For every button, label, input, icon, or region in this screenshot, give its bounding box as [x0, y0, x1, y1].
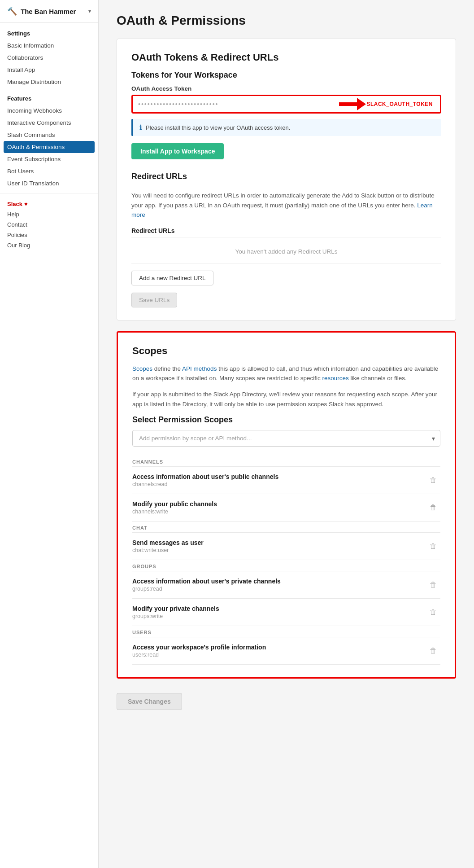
sidebar-item-basic-information[interactable]: Basic Information: [0, 39, 98, 52]
scope-key: channels:read: [132, 481, 278, 487]
page-title: OAuth & Permissions: [117, 13, 456, 28]
token-env-label: SLACK_OAUTH_TOKEN: [359, 96, 440, 112]
features-section-label: Features: [0, 88, 98, 105]
sidebar-divider: [0, 193, 98, 193]
scope-select-wrapper: Add permission by scope or API method...…: [132, 430, 440, 447]
scope-category-channels: CHANNELS: [132, 456, 440, 467]
scope-name: Access information about user's public c…: [132, 473, 278, 480]
app-icon: 🔨: [7, 6, 17, 16]
sidebar-item-event-subscriptions[interactable]: Event Subscriptions: [0, 153, 98, 165]
save-urls-button: Save URLs: [131, 293, 177, 307]
resources-link[interactable]: resources: [322, 375, 349, 381]
sidebar-item-collaborators[interactable]: Collaborators: [0, 52, 98, 64]
redirect-description: You will need to configure redirect URLs…: [131, 191, 441, 220]
chevron-down-icon: ▾: [88, 8, 91, 14]
token-label: OAuth Access Token: [131, 85, 441, 92]
scope-key: users:read: [132, 652, 266, 658]
scope-row: Modify your private channels groups:writ…: [132, 599, 440, 626]
sidebar: 🔨 The Ban Hammer ▾ Settings Basic Inform…: [0, 0, 99, 868]
scope-name: Send messages as user: [132, 539, 204, 546]
scope-category-users: USERS: [132, 626, 440, 637]
redirect-empty-message: You haven't added any Redirect URLs: [131, 240, 441, 263]
sidebar-item-policies[interactable]: Policies: [0, 230, 98, 240]
api-methods-link[interactable]: API methods: [182, 365, 217, 372]
sidebar-item-help[interactable]: Help: [0, 209, 98, 219]
scope-name: Access your workspace's profile informat…: [132, 644, 266, 651]
redirect-actions: Add a new Redirect URL: [131, 271, 441, 285]
app-selector[interactable]: 🔨 The Ban Hammer ▾: [0, 0, 98, 23]
arrow-icon: [339, 98, 366, 110]
sidebar-item-oauth-permissions[interactable]: OAuth & Permissions: [4, 141, 95, 153]
sidebar-item-slash-commands[interactable]: Slash Commands: [0, 129, 98, 141]
scope-key: channels:write: [132, 509, 217, 515]
scopes-description-2: If your app is submitted to the Slack Ap…: [132, 390, 440, 409]
scopes-title: Scopes: [132, 345, 440, 357]
scope-name: Modify your public channels: [132, 500, 217, 508]
sidebar-item-install-app[interactable]: Install App: [0, 64, 98, 76]
scopes-link[interactable]: Scopes: [132, 365, 152, 372]
delete-scope-button[interactable]: 🗑: [426, 474, 440, 486]
delete-scope-button[interactable]: 🗑: [426, 606, 440, 618]
token-input-row: •••••••••••••••••••••••••• SLACK_OAUTH_T…: [131, 95, 441, 114]
scope-key: groups:read: [132, 586, 281, 592]
sidebar-item-manage-distribution[interactable]: Manage Distribution: [0, 76, 98, 88]
app-name: The Ban Hammer: [21, 8, 88, 15]
scope-name: Access information about user's private …: [132, 578, 281, 585]
slack-label: Slack ♥: [0, 197, 98, 209]
scopes-description-1: Scopes define the API methods this app i…: [132, 364, 440, 383]
info-icon: ℹ: [139, 123, 142, 132]
sidebar-item-user-id-translation[interactable]: User ID Translation: [0, 177, 98, 189]
install-app-button[interactable]: Install App to Workspace: [131, 143, 224, 159]
add-redirect-url-button[interactable]: Add a new Redirect URL: [131, 271, 213, 285]
redirect-urls-label: Redirect URLs: [131, 227, 441, 237]
sidebar-item-incoming-webhooks[interactable]: Incoming Webhooks: [0, 105, 98, 117]
delete-scope-button[interactable]: 🗑: [426, 645, 440, 657]
sidebar-item-contact[interactable]: Contact: [0, 219, 98, 230]
info-box: ℹ Please install this app to view your O…: [131, 119, 441, 136]
scope-row: Access your workspace's profile informat…: [132, 637, 440, 665]
scopes-card: Scopes Scopes define the API methods thi…: [117, 331, 456, 679]
sidebar-item-bot-users[interactable]: Bot Users: [0, 165, 98, 177]
svg-marker-0: [339, 98, 366, 110]
scope-row: Modify your public channels channels:wri…: [132, 494, 440, 522]
delete-scope-button[interactable]: 🗑: [426, 502, 440, 513]
scope-key: groups:write: [132, 613, 219, 619]
token-dots: ••••••••••••••••••••••••••: [133, 96, 359, 112]
scope-row: Access information about user's public c…: [132, 467, 440, 494]
heart-icon: ♥: [24, 201, 28, 207]
sidebar-item-interactive-components[interactable]: Interactive Components: [0, 117, 98, 129]
main-content: OAuth & Permissions OAuth Tokens & Redir…: [99, 0, 474, 868]
scope-category-groups: GROUPS: [132, 560, 440, 571]
oauth-card-title: OAuth Tokens & Redirect URLs: [131, 52, 441, 63]
info-message: Please install this app to view your OAu…: [146, 124, 290, 131]
oauth-card: OAuth Tokens & Redirect URLs Tokens for …: [117, 39, 456, 320]
sidebar-item-our-blog[interactable]: Our Blog: [0, 240, 98, 250]
scope-row: Send messages as user chat:write:user 🗑: [132, 533, 440, 560]
scope-row: Access information about user's private …: [132, 571, 440, 599]
scope-name: Modify your private channels: [132, 605, 219, 612]
delete-scope-button[interactable]: 🗑: [426, 540, 440, 552]
redirect-section-title: Redirect URLs: [131, 172, 441, 186]
settings-section-label: Settings: [0, 23, 98, 39]
delete-scope-button[interactable]: 🗑: [426, 579, 440, 591]
scope-category-chat: CHAT: [132, 522, 440, 533]
select-permissions-title: Select Permission Scopes: [132, 415, 440, 425]
scopes-list: CHANNELS Access information about user's…: [132, 456, 440, 665]
tokens-section-title: Tokens for Your Workspace: [131, 70, 441, 80]
scope-select[interactable]: Add permission by scope or API method...: [132, 430, 440, 447]
save-changes-button[interactable]: Save Changes: [117, 693, 182, 710]
scope-key: chat:write:user: [132, 547, 204, 553]
